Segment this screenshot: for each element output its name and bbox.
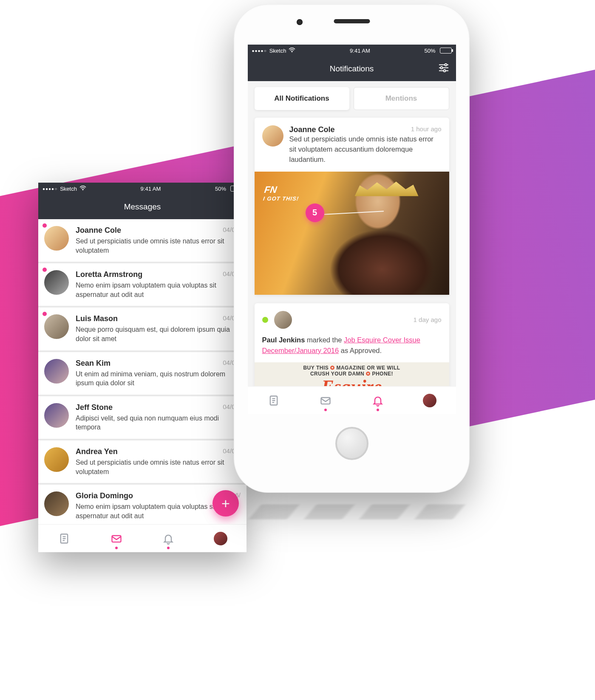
tab-documents[interactable]: [261, 387, 286, 415]
notif-text: Sed ut perspiciatis unde omnis iste natu…: [289, 134, 442, 165]
status-dot-approved: [262, 317, 268, 323]
mail-icon: [110, 533, 122, 545]
message-row[interactable]: Sean KimUt enim ad minima veniam, quis n…: [38, 352, 246, 395]
status-bar: ●●●●○ Sketch 9:41 AM 50%: [38, 183, 246, 195]
svg-rect-11: [321, 398, 330, 404]
carrier-label: Sketch: [60, 186, 77, 192]
tab-messages[interactable]: [104, 525, 129, 553]
tab-all-notifications[interactable]: All Notifications: [255, 87, 349, 110]
unread-dot: [42, 268, 47, 272]
notifications-header: Notifications: [248, 56, 456, 81]
avatar: [274, 311, 292, 329]
message-preview: Ut enim ad minima veniam, quis nostrum d…: [76, 370, 241, 388]
contact-name: Loretta Armstrong: [76, 270, 241, 279]
contact-name: Joanne Cole: [76, 226, 241, 235]
svg-point-7: [440, 67, 442, 69]
clock: 9:41 AM: [350, 48, 370, 54]
tab-messages[interactable]: [313, 387, 338, 415]
decorative-shadows: [238, 497, 476, 548]
contact-name: Luis Mason: [76, 314, 241, 323]
avatar: [44, 359, 69, 384]
svg-point-0: [82, 189, 83, 190]
notification-tabs: All Notifications Mentions: [248, 81, 456, 116]
message-preview: Sed ut perspiciatis unde omnis iste natu…: [76, 458, 241, 476]
contact-name: Sean Kim: [76, 359, 241, 368]
wifi-icon: [289, 48, 295, 54]
clock: 9:41 AM: [141, 186, 161, 192]
svg-point-3: [292, 51, 292, 52]
tab-notifications[interactable]: [156, 525, 181, 553]
profile-avatar: [423, 394, 436, 407]
bell-icon: [162, 533, 174, 545]
message-preview: Sed ut perspiciatis unde omnis iste natu…: [76, 237, 241, 255]
avatar: [44, 226, 69, 251]
avatar: [44, 491, 69, 516]
cover-tagline: BUY THIS ✪ MAGAZINE OR WE WILL: [303, 365, 400, 371]
bell-icon: [372, 395, 384, 406]
cover-tagline: CRUSH YOUR DAMN ✪ PHONE!: [310, 371, 393, 377]
image-overlay-text: FN I GOT THIS!: [263, 184, 301, 202]
notif-activity-text: Paul Jenkins marked the Job Esquire Cove…: [262, 335, 442, 356]
document-icon: [58, 533, 70, 545]
header-title: Messages: [124, 202, 161, 212]
notif-time: 1 hour ago: [411, 125, 442, 134]
svg-point-9: [443, 70, 445, 72]
svg-point-5: [445, 64, 447, 66]
unread-dot: [42, 312, 47, 316]
tab-bar: [248, 386, 456, 414]
contact-name: Jeff Stone: [76, 403, 241, 412]
contact-name: Andrea Yen: [76, 447, 241, 456]
battery-pct: 50%: [215, 186, 226, 192]
plus-icon: +: [221, 495, 230, 512]
profile-avatar: [214, 532, 227, 545]
message-row[interactable]: Andrea YenSed ut perspiciatis unde omnis…: [38, 440, 246, 483]
avatar: [44, 447, 69, 472]
badge-dot: [167, 547, 170, 549]
message-row[interactable]: Loretta ArmstrongNemo enim ipsam volupta…: [38, 263, 246, 306]
phone-hardware-top: [234, 4, 470, 45]
badge-dot: [324, 409, 327, 411]
svg-rect-2: [112, 536, 121, 542]
tab-mentions[interactable]: Mentions: [354, 87, 449, 110]
signal-dots: ●●●●○: [252, 48, 267, 53]
message-row[interactable]: Joanne ColeSed ut perspiciatis unde omni…: [38, 219, 246, 262]
battery-icon: [438, 48, 452, 54]
messages-header: Messages: [38, 195, 246, 219]
tab-bar: [38, 524, 246, 552]
tab-profile[interactable]: [417, 387, 442, 415]
status-bar: ●●●●○ Sketch 9:41 AM 50%: [248, 45, 456, 56]
speaker-slit: [334, 19, 370, 23]
badge-dot: [377, 409, 379, 411]
notification-card[interactable]: Joanne Cole 1 hour ago Sed ut perspiciat…: [255, 118, 449, 295]
avatar: [44, 403, 69, 428]
badge-dot: [115, 547, 118, 549]
notifications-screen: ●●●●○ Sketch 9:41 AM 50% Notifications: [248, 45, 456, 414]
messages-phone: ●●●●○ Sketch 9:41 AM 50% Messages Joanne…: [38, 183, 246, 552]
notif-image[interactable]: FN I GOT THIS! 5: [255, 172, 449, 295]
message-preview: Adipisci velit, sed quia non numquam eiu…: [76, 414, 241, 432]
message-preview: Nemo enim ipsam voluptatem quia voluptas…: [76, 281, 241, 299]
compose-fab[interactable]: +: [212, 490, 239, 517]
filter-icon[interactable]: [438, 63, 449, 75]
mail-icon: [320, 395, 332, 406]
tab-documents[interactable]: [51, 525, 77, 553]
avatar: [44, 314, 69, 339]
header-title: Notifications: [330, 64, 374, 73]
notifications-feed: Joanne Cole 1 hour ago Sed ut perspiciat…: [248, 116, 456, 414]
tab-notifications[interactable]: [365, 387, 391, 415]
home-button[interactable]: [335, 427, 368, 460]
message-row[interactable]: Luis MasonNeque porro quisquam est, qui …: [38, 308, 246, 350]
notification-card[interactable]: 1 day ago Paul Jenkins marked the Job Es…: [255, 303, 449, 397]
comment-count-badge[interactable]: 5: [306, 203, 324, 222]
signal-dots: ●●●●○: [42, 186, 57, 191]
avatar: [262, 125, 283, 147]
notif-author: Joanne Cole: [289, 125, 335, 134]
carrier-label: Sketch: [269, 48, 286, 54]
tab-profile[interactable]: [208, 525, 233, 553]
unread-dot: [42, 223, 47, 228]
notif-time: 1 day ago: [414, 316, 442, 323]
camera-dot: [297, 19, 303, 25]
battery-pct: 50%: [424, 48, 435, 54]
wifi-icon: [79, 186, 86, 192]
message-row[interactable]: Jeff StoneAdipisci velit, sed quia non n…: [38, 396, 246, 439]
